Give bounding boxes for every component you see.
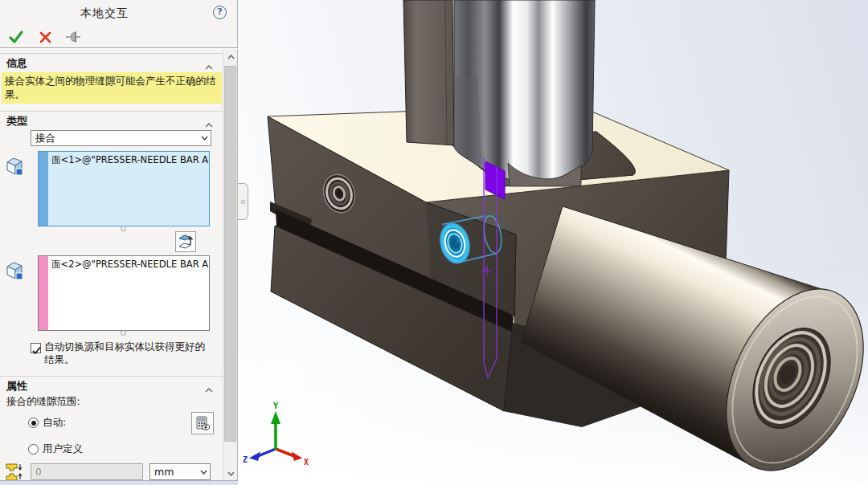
section-header-properties[interactable]: 属性 bbox=[0, 376, 223, 393]
scroll-down-button[interactable] bbox=[223, 467, 238, 480]
info-header-label: 信息 bbox=[6, 57, 27, 69]
check-icon bbox=[8, 30, 24, 44]
listbox-resize-handle[interactable] bbox=[121, 330, 126, 336]
panel-splitter-handle[interactable] bbox=[238, 183, 248, 220]
toolbar-divider bbox=[0, 47, 238, 49]
triad-x-label: X bbox=[304, 458, 309, 467]
target-face-listbox[interactable]: 面<2>@"PRESSER-NEEDLE BAR ASSY"/" bbox=[38, 255, 210, 331]
panel-title: 本地交互 bbox=[0, 6, 209, 21]
face-cube-icon bbox=[4, 260, 25, 281]
swap-entities-button[interactable] bbox=[175, 231, 196, 252]
target-face-item[interactable]: 面<2>@"PRESSER-NEEDLE BAR ASSY"/" bbox=[51, 259, 210, 271]
auto-radio[interactable] bbox=[28, 418, 39, 428]
triad-y-label: Y bbox=[273, 401, 278, 410]
gap-range-label: 接合的缝隙范围: bbox=[6, 395, 80, 409]
cancel-button[interactable] bbox=[35, 28, 55, 46]
x-icon bbox=[39, 31, 51, 43]
listbox-resize-handle[interactable] bbox=[121, 226, 126, 231]
ok-button[interactable] bbox=[6, 28, 26, 46]
auto-radio-row[interactable]: 自动: bbox=[28, 416, 66, 430]
solidworks-window: Y X Z 本地交互 ? bbox=[0, 0, 868, 485]
scrollbar-thumb[interactable] bbox=[224, 66, 236, 442]
face-cube-icon bbox=[4, 156, 25, 177]
type-dropdown-value: 接合 bbox=[31, 132, 198, 145]
target-color-bar bbox=[39, 256, 48, 330]
pin-button[interactable] bbox=[64, 28, 84, 46]
auto-radio-label: 自动: bbox=[43, 416, 66, 430]
collapse-chevron-icon[interactable] bbox=[205, 383, 213, 395]
properties-header-label: 属性 bbox=[6, 380, 27, 392]
panel-titlebar: 本地交互 ? bbox=[0, 0, 238, 26]
panel-scrollbar[interactable] bbox=[223, 50, 237, 480]
panel-bottom-edge bbox=[0, 480, 238, 485]
gap-range-icon bbox=[5, 463, 26, 481]
pushpin-icon bbox=[65, 31, 83, 43]
swap-icon bbox=[177, 233, 194, 251]
type-header-label: 类型 bbox=[6, 115, 27, 127]
unit-dropdown-value: mm bbox=[150, 466, 197, 478]
section-header-type[interactable]: 类型 bbox=[0, 111, 223, 128]
collapse-chevron-icon[interactable] bbox=[205, 118, 213, 130]
chevron-down-icon bbox=[198, 136, 211, 141]
source-face-item[interactable]: 面<1>@"PRESSER-NEEDLE BAR ASSY"/" bbox=[51, 154, 210, 166]
unit-dropdown[interactable]: mm bbox=[149, 463, 211, 480]
user-defined-radio-row[interactable]: 用户定义 bbox=[28, 442, 83, 456]
collapse-chevron-icon[interactable] bbox=[205, 60, 213, 72]
property-manager-panel: 本地交互 ? bbox=[0, 0, 238, 485]
splitter-dot bbox=[241, 200, 245, 204]
warning-message: 接合实体之间的物理缝隙可能会产生不正确的结果。 bbox=[2, 72, 222, 104]
user-defined-radio[interactable] bbox=[28, 444, 39, 454]
checkmark-icon bbox=[31, 345, 42, 356]
auto-swap-label: 自动切换源和目标实体以获得更好的结果。 bbox=[44, 340, 209, 366]
auto-swap-checkbox[interactable] bbox=[31, 343, 41, 353]
auto-swap-row[interactable]: 自动切换源和目标实体以获得更好的结果。 bbox=[31, 340, 209, 366]
source-face-listbox[interactable]: 面<1>@"PRESSER-NEEDLE BAR ASSY"/" bbox=[38, 151, 210, 226]
triad-z-label: Z bbox=[243, 455, 248, 464]
3d-viewport[interactable]: Y X Z bbox=[238, 0, 868, 485]
user-defined-radio-label: 用户定义 bbox=[43, 442, 83, 456]
type-dropdown[interactable]: 接合 bbox=[31, 130, 211, 146]
gap-calculation-button[interactable] bbox=[191, 412, 214, 434]
scroll-up-button[interactable] bbox=[223, 50, 238, 63]
help-icon[interactable]: ? bbox=[213, 6, 227, 19]
chevron-down-icon bbox=[197, 470, 210, 475]
gap-value-input[interactable] bbox=[31, 463, 143, 480]
panel-toolbar bbox=[6, 27, 84, 47]
source-color-bar bbox=[39, 152, 48, 226]
calculator-eye-icon bbox=[194, 415, 211, 431]
section-header-info[interactable]: 信息 bbox=[0, 53, 223, 71]
